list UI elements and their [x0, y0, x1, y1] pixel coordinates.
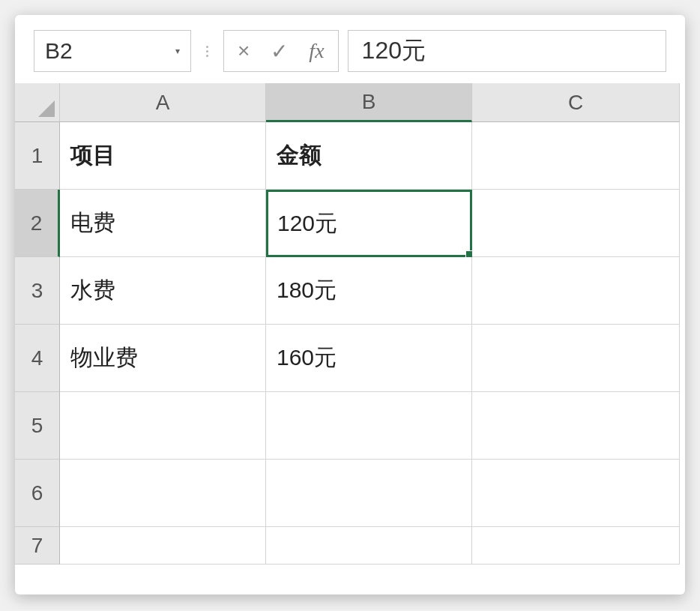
name-box-dropdown-icon[interactable]: ▾	[175, 46, 180, 56]
cell-C3[interactable]	[472, 257, 680, 325]
cell-A7[interactable]	[60, 527, 266, 565]
row-header-4[interactable]: 4	[15, 325, 60, 392]
cell-A1[interactable]: 项目	[60, 122, 266, 190]
name-box[interactable]: B2 ▾	[34, 30, 191, 72]
cell-C5[interactable]	[472, 392, 680, 460]
row-header-3[interactable]: 3	[15, 257, 60, 325]
cell-C4[interactable]	[472, 325, 680, 392]
cell-C1[interactable]	[472, 122, 680, 190]
row-header-1[interactable]: 1	[15, 122, 60, 190]
row-header-5[interactable]: 5	[15, 392, 60, 460]
row-header-6[interactable]: 6	[15, 460, 60, 527]
cell-B5[interactable]	[266, 392, 472, 460]
cell-A5[interactable]	[60, 392, 266, 460]
name-box-value: B2	[45, 38, 73, 64]
fx-icon[interactable]: fx	[309, 39, 324, 63]
cell-B4[interactable]: 160元	[266, 325, 472, 392]
cell-B2[interactable]: 120元	[266, 190, 472, 257]
column-header-A[interactable]: A	[60, 83, 266, 122]
column-header-C[interactable]: C	[472, 83, 680, 122]
row-header-7[interactable]: 7	[15, 527, 60, 565]
cell-A3[interactable]: 水费	[60, 257, 266, 325]
formula-bar-expand-icon[interactable]	[200, 46, 214, 57]
cell-A2[interactable]: 电费	[60, 190, 266, 257]
cell-A4[interactable]: 物业费	[60, 325, 266, 392]
formula-input[interactable]: 120元	[348, 30, 666, 72]
cell-B7[interactable]	[266, 527, 472, 565]
enter-icon[interactable]: ✓	[271, 39, 288, 64]
cancel-icon[interactable]: ×	[238, 39, 250, 63]
column-headers-row: A B C	[15, 83, 685, 122]
cell-A6[interactable]	[60, 460, 266, 527]
formula-bar: B2 ▾ × ✓ fx 120元	[15, 30, 685, 83]
formula-input-value: 120元	[362, 34, 426, 67]
select-all-corner[interactable]	[15, 83, 60, 122]
cell-C7[interactable]	[472, 527, 680, 565]
cell-C6[interactable]	[472, 460, 680, 527]
column-header-B[interactable]: B	[266, 83, 472, 122]
grid-body: 1 项目 金额 2 电费 120元 3 水费 180元 4 物业费 160元 5…	[15, 122, 685, 595]
row-header-2[interactable]: 2	[15, 190, 60, 257]
cell-B6[interactable]	[266, 460, 472, 527]
formula-controls: × ✓ fx	[223, 30, 339, 72]
spreadsheet-window: B2 ▾ × ✓ fx 120元 A B C 1 项目 金额 2 电费 120元…	[15, 15, 685, 595]
cell-B3[interactable]: 180元	[266, 257, 472, 325]
cell-B1[interactable]: 金额	[266, 122, 472, 190]
cell-C2[interactable]	[472, 190, 680, 257]
